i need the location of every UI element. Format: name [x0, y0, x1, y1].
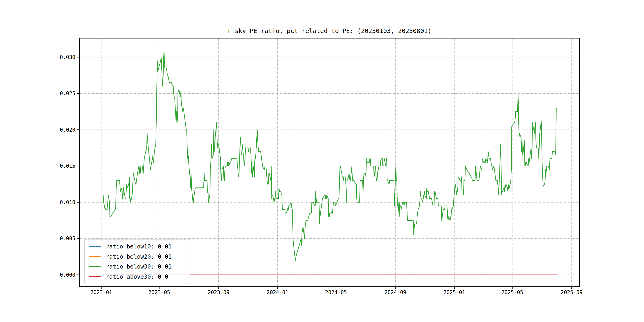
y-tick-label: 0.010	[54, 199, 75, 205]
figure: risky PE ratio, pct related to PE: (2023…	[0, 0, 644, 322]
legend-label: ratio_below20: 0.01	[106, 253, 172, 260]
y-tick-label: 0.005	[54, 236, 75, 242]
legend-line-swatch-ratio_below30	[89, 266, 100, 267]
legend-label: ratio_below30: 0.01	[106, 263, 172, 270]
x-tick-label: 2023-05	[148, 290, 170, 295]
y-tick-label: 0.000	[54, 272, 75, 278]
y-tick-label: 0.025	[54, 90, 75, 96]
legend-line-swatch-ratio_below10	[89, 246, 100, 247]
x-tick-label: 2023-09	[208, 290, 230, 295]
legend-item-ratio_below30: ratio_below30: 0.01	[89, 262, 190, 272]
x-tick-label: 2024-09	[384, 290, 406, 295]
legend-line-swatch-ratio_above30	[89, 276, 100, 277]
y-tick-label: 0.030	[54, 54, 75, 60]
legend-line-swatch-ratio_below20	[89, 256, 100, 257]
legend-item-ratio_below10: ratio_below10: 0.01	[89, 242, 190, 252]
y-tick-label: 0.020	[54, 127, 75, 133]
legend-item-ratio_above30: ratio_above30: 0.0	[89, 272, 190, 282]
legend-label: ratio_above30: 0.0	[106, 273, 168, 280]
x-tick-label: 2024-01	[266, 290, 288, 295]
series-line-ratio_below30	[102, 50, 557, 260]
x-tick-label: 2023-01	[90, 290, 112, 295]
legend: ratio_below10: 0.01ratio_below20: 0.01ra…	[84, 239, 190, 284]
chart-title: risky PE ratio, pct related to PE: (2023…	[80, 26, 580, 36]
x-tick-label: 2025-09	[561, 290, 582, 295]
x-tick-label: 2025-05	[501, 290, 523, 295]
x-tick-label: 2025-01	[444, 290, 465, 295]
legend-label: ratio_below10: 0.01	[106, 243, 172, 250]
x-tick-label: 2024-05	[325, 290, 347, 295]
legend-item-ratio_below20: ratio_below20: 0.01	[89, 252, 190, 262]
y-tick-label: 0.015	[54, 163, 75, 169]
